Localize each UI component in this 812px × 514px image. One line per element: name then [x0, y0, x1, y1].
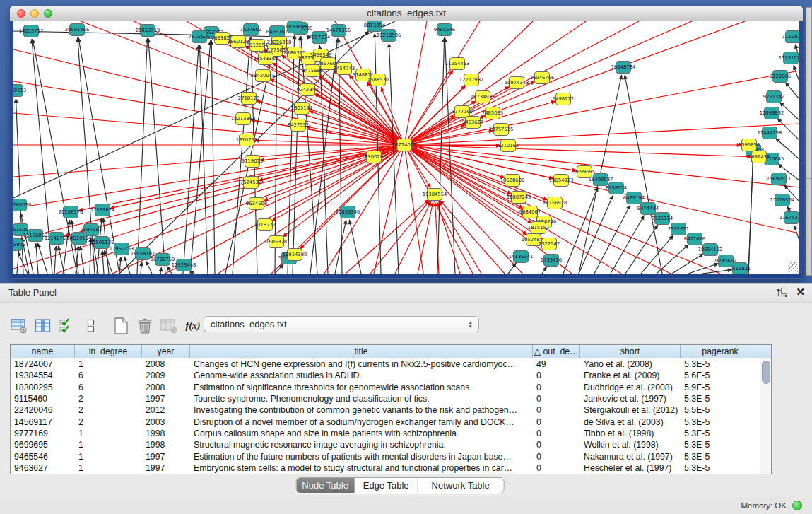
graph-node[interactable]: 8958924 [606, 182, 627, 194]
graph-node[interactable]: 1691439 [748, 151, 770, 163]
graph-node[interactable]: 7519821 [729, 263, 751, 274]
graph-node[interactable]: 16648784 [611, 62, 636, 74]
table-row[interactable]: 977716911998Corpus callosum shape and si… [11, 428, 771, 439]
graph-node[interactable]: 9129966 [770, 71, 791, 83]
graph-node[interactable]: 2803144 [291, 103, 312, 115]
table-row[interactable]: 1938455462009Genome-wide association stu… [11, 370, 771, 381]
graph-node[interactable]: 12217987 [459, 74, 484, 86]
graph-node[interactable]: 15692971 [767, 173, 792, 185]
graph-node[interactable]: 1588520 [367, 74, 389, 86]
graph-node[interactable]: 2522547 [539, 238, 560, 250]
function-builder-button[interactable]: f(x) [181, 315, 205, 337]
table-settings-button[interactable] [7, 315, 31, 337]
table-row[interactable]: 946362711997Embryonic stem cells: a mode… [11, 462, 771, 474]
graph-node[interactable]: 2718126 [238, 93, 259, 105]
graph-node[interactable]: 9684067 [519, 206, 541, 218]
select-rows-button[interactable] [55, 315, 79, 337]
graph-node[interactable]: 14055717 [19, 25, 44, 37]
graph-node[interactable]: 1527602 [240, 24, 261, 36]
graph-node[interactable]: 9242848 [297, 84, 318, 96]
graph-node[interactable]: 12142757 [45, 233, 69, 245]
graph-node[interactable]: 9119015 [242, 156, 263, 168]
graph-node[interactable]: 7524532 [240, 177, 261, 189]
graph-node[interactable]: 15751074 [779, 52, 799, 64]
row-height-button[interactable] [79, 315, 103, 337]
graph-node[interactable]: 1810755 [236, 134, 257, 146]
graph-node[interactable]: 12213363 [231, 113, 256, 125]
graph-node[interactable]: 7685378 [266, 236, 287, 248]
graph-node[interactable]: 7485083 [482, 107, 503, 119]
graph-node[interactable]: 11675320 [779, 212, 799, 224]
graph-node[interactable]: 1595850 [739, 139, 760, 151]
tab-network-table[interactable]: Network Table [417, 478, 503, 493]
table-selector-dropdown[interactable]: citations_edges.txt ▲▼ [204, 316, 479, 332]
column-header-short[interactable]: short [580, 345, 681, 358]
graph-node[interactable]: 9097583 [81, 224, 102, 236]
graph-node[interactable]: 8454743 [334, 63, 355, 75]
table-vertical-scrollbar[interactable] [760, 358, 771, 474]
graph-node[interactable]: 9699695 [574, 166, 595, 178]
graph-node[interactable]: 20206576 [59, 206, 83, 218]
graph-node[interactable]: 1112825 [782, 31, 799, 43]
graph-node[interactable]: 10688609 [500, 175, 525, 187]
import-table-button[interactable] [157, 315, 181, 337]
graph-node[interactable]: 11254493 [445, 58, 470, 70]
table-row[interactable]: 969969511998Structural magnetic resonanc… [11, 439, 771, 450]
graph-node[interactable]: 9463627 [462, 117, 483, 129]
graph-node[interactable]: 19654923 [549, 175, 574, 187]
table-row[interactable]: 911546021997Tourette syndrome. Phenomeno… [11, 393, 771, 404]
table-row[interactable]: 1830029562008Estimation of significance … [11, 382, 771, 393]
graph-node[interactable]: 9465546 [434, 24, 455, 36]
scrollbar-thumb[interactable] [762, 361, 770, 384]
column-header-title[interactable]: title [190, 345, 533, 358]
graph-node[interactable]: 7857234 [309, 32, 330, 44]
column-header-out_de[interactable]: △ out_de… [533, 345, 580, 358]
graph-node[interactable]: 9634508 [246, 198, 267, 210]
graph-node[interactable]: 12260050 [13, 199, 31, 211]
graph-node[interactable]: 8427552 [288, 119, 309, 132]
graph-node[interactable]: 9474444 [637, 203, 659, 215]
graph-node[interactable]: 7932621 [668, 223, 689, 235]
tab-node-table[interactable]: Node Table [296, 478, 354, 493]
graph-node[interactable]: 10654112 [698, 244, 723, 256]
graph-node[interactable]: 2935114 [652, 213, 673, 225]
tab-edge-table[interactable]: Edge Table [354, 478, 417, 493]
window-titlebar[interactable]: citations_edges.txt [10, 6, 803, 21]
graph-node[interactable]: 17359924 [90, 204, 115, 216]
table-row[interactable]: 2242004622012Investigating the contribut… [11, 404, 771, 416]
graph-node[interactable]: 12923448 [172, 259, 196, 271]
resize-grip-icon[interactable] [788, 262, 798, 272]
new-table-button[interactable] [109, 315, 133, 337]
graph-node[interactable]: 6479197 [623, 192, 645, 204]
graph-node[interactable]: 3210162 [498, 140, 519, 152]
column-header-in_degree[interactable]: in_degree [75, 345, 142, 358]
graph-node[interactable]: 9860128 [228, 36, 249, 48]
graph-node[interactable]: 19734933 [471, 91, 495, 103]
table-row[interactable]: 1456911722003Disruption of a novel membe… [11, 416, 771, 428]
delete-table-button[interactable] [133, 315, 157, 337]
graph-node[interactable]: 1815152 [528, 222, 549, 234]
graph-node[interactable]: 8471676 [684, 233, 705, 245]
float-panel-button[interactable] [777, 287, 787, 297]
column-header-year[interactable]: year [142, 345, 190, 358]
graph-node[interactable]: 12093832 [760, 107, 784, 119]
table-row[interactable]: 1872400712008Changes of HCN gene express… [11, 358, 771, 370]
column-header-pagerank[interactable]: pagerank [681, 345, 760, 358]
graph-node[interactable]: 12444158 [758, 127, 782, 139]
graph-node[interactable]: 14136141 [509, 251, 534, 263]
graph-node[interactable]: 20853719 [136, 25, 160, 37]
network-graph[interactable]: 1405571720691406208537191065328715276026… [13, 21, 799, 274]
graph-node[interactable]: 7615526 [189, 31, 210, 43]
graph-node[interactable]: 19384554 [423, 189, 447, 201]
table-row[interactable]: 946554611997Estimation of the future num… [11, 451, 771, 462]
close-panel-button[interactable]: ✕ [796, 286, 805, 298]
graph-node[interactable]: 1733426 [541, 255, 562, 267]
graph-node[interactable]: 20691406 [65, 24, 90, 36]
graph-node[interactable]: 1313772 [254, 219, 276, 231]
column-header-name[interactable]: name [11, 345, 75, 358]
network-canvas[interactable]: 1405571720691406208537191065328715276026… [10, 21, 803, 278]
graph-node[interactable]: 9227342 [763, 91, 784, 103]
graph-node[interactable]: 9475685 [302, 65, 323, 77]
graph-node[interactable]: 2060513 [13, 85, 26, 97]
graph-node[interactable]: 5498222 [553, 93, 574, 105]
